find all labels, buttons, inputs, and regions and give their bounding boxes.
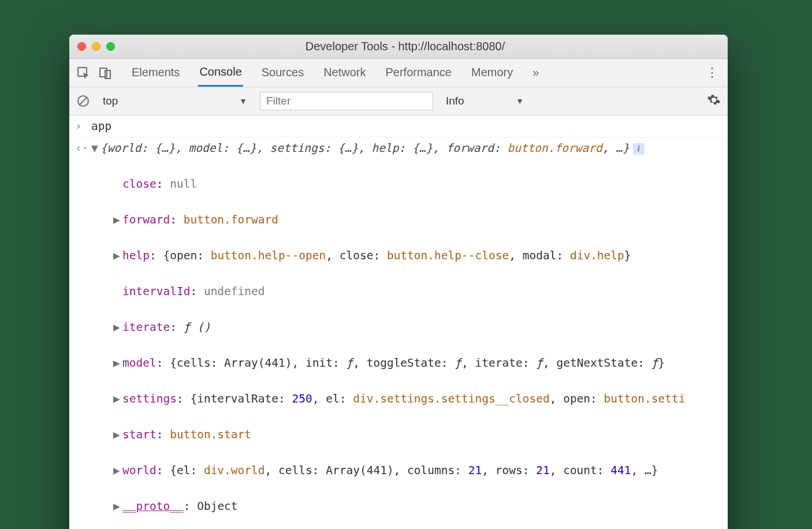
clear-console-icon[interactable] — [76, 94, 90, 108]
device-toolbar-icon[interactable] — [97, 65, 113, 81]
more-tabs-button[interactable]: » — [531, 60, 540, 85]
panel-tabs: Elements Console Sources Network Perform… — [131, 59, 696, 87]
prop-settings[interactable]: ▶settings: {intervalRate: 250, el: div.s… — [113, 390, 722, 408]
console-input-echo[interactable]: › app — [69, 116, 728, 137]
prop-help[interactable]: ▶help: {open: button.help--open, close: … — [113, 247, 722, 264]
prop-world[interactable]: ▶world: {el: div.world, cells: Array(441… — [113, 461, 722, 479]
kebab-menu-icon[interactable]: ⋮ — [702, 65, 722, 80]
devtools-tabbar: Elements Console Sources Network Perform… — [69, 59, 728, 87]
traffic-lights — [77, 42, 115, 51]
prop-proto[interactable]: ▶__proto__: Object — [113, 497, 722, 515]
tab-memory[interactable]: Memory — [470, 60, 514, 85]
console-result[interactable]: ‹· ▼{world: {…}, model: {…}, settings: {… — [69, 137, 728, 529]
titlebar: Developer Tools - http://localhost:8080/ — [69, 35, 728, 59]
output-chevron-icon: ‹· — [75, 139, 91, 157]
inspect-element-icon[interactable] — [75, 65, 91, 81]
info-badge-icon[interactable]: i — [633, 143, 645, 155]
context-selector-value: top — [103, 95, 118, 107]
dropdown-icon: ▼ — [516, 96, 524, 106]
log-level-selector[interactable]: Info ▼ — [440, 91, 530, 111]
tab-console[interactable]: Console — [198, 59, 243, 87]
object-summary[interactable]: {world: {…}, model: {…}, settings: {…}, … — [100, 141, 630, 155]
close-window-button[interactable] — [77, 42, 86, 51]
tab-elements[interactable]: Elements — [131, 60, 181, 85]
context-selector[interactable]: top ▼ — [97, 91, 253, 111]
tab-network[interactable]: Network — [322, 60, 367, 85]
prop-forward[interactable]: ▶forward: button.forward — [113, 211, 722, 229]
minimize-window-button[interactable] — [92, 42, 100, 51]
svg-line-4 — [80, 98, 87, 105]
result-content: ▼{world: {…}, model: {…}, settings: {…},… — [91, 139, 722, 529]
log-level-value: Info — [446, 95, 464, 107]
console-output: › app ‹· ▼{world: {…}, model: {…}, setti… — [69, 116, 728, 529]
zoom-window-button[interactable] — [106, 42, 115, 51]
prop-model[interactable]: ▶model: {cells: Array(441), init: ƒ, tog… — [113, 354, 722, 372]
disclosure-triangle-icon[interactable]: ▼ — [91, 139, 100, 157]
object-properties: close: null ▶forward: button.forward ▶he… — [91, 157, 722, 529]
devtools-window: Developer Tools - http://localhost:8080/… — [69, 35, 728, 529]
filter-input[interactable] — [260, 92, 433, 110]
prop-intervalid[interactable]: intervalId: undefined — [113, 282, 722, 300]
input-chevron-icon: › — [75, 117, 91, 135]
svg-rect-1 — [100, 68, 107, 77]
prop-start[interactable]: ▶start: button.start — [113, 426, 722, 444]
input-text: app — [91, 117, 722, 135]
prop-close[interactable]: close: null — [113, 175, 722, 193]
tab-performance[interactable]: Performance — [385, 60, 453, 85]
window-title: Developer Tools - http://localhost:8080/ — [125, 40, 685, 53]
console-settings-icon[interactable] — [707, 93, 721, 109]
tab-sources[interactable]: Sources — [260, 60, 305, 85]
console-filter-bar: top ▼ Info ▼ — [69, 87, 728, 116]
prop-iterate[interactable]: ▶iterate: ƒ () — [113, 318, 722, 336]
dropdown-icon: ▼ — [239, 96, 247, 106]
